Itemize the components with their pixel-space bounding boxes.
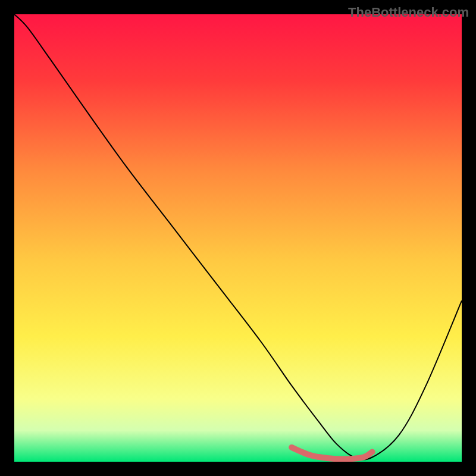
plot-area: [14, 14, 462, 462]
watermark-text: TheBottleneck.com: [348, 5, 469, 20]
chart-container: TheBottleneck.com: [0, 0, 476, 476]
gradient-background: [14, 14, 462, 462]
chart-svg: [14, 14, 462, 462]
